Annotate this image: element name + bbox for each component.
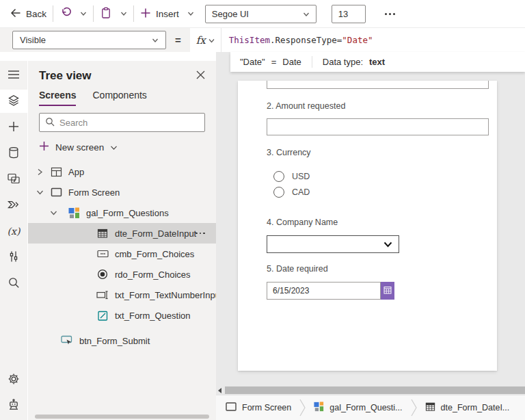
result-value: Date	[282, 57, 301, 67]
close-icon[interactable]	[196, 70, 205, 81]
chevron-down-icon[interactable]	[49, 210, 58, 216]
insert-button[interactable]: Insert	[140, 8, 194, 21]
formula-result-popup: "Date" = Date Data type: text	[230, 52, 525, 72]
calendar-icon	[425, 402, 435, 414]
plus-icon	[8, 121, 19, 134]
data-type-value: text	[369, 57, 385, 67]
form-card[interactable]: 2. Amount requested 3. Currency USD CAD …	[238, 81, 497, 371]
chevron-down-icon[interactable]	[35, 189, 44, 196]
rail-variables-button[interactable]: (x)	[0, 220, 27, 243]
tree-item-label: rdo_Form_Choices	[115, 270, 191, 280]
breadcrumb-item-form-screen[interactable]: Form Screen	[226, 402, 291, 413]
company-label: 4. Company Name	[267, 218, 338, 227]
combobox-icon	[96, 248, 109, 259]
tree-item-label: txt_Form_TextNumberInput	[115, 290, 223, 300]
radio-circle-icon[interactable]	[273, 187, 284, 198]
breadcrumb-item-gallery[interactable]: gal_Form_Questi...	[314, 402, 402, 414]
font-dropdown-chevron-icon	[303, 9, 310, 19]
tree-item-form-screen[interactable]: Form Screen	[28, 182, 216, 202]
breadcrumb-label: Form Screen	[242, 403, 291, 412]
clipboard-icon	[100, 7, 112, 21]
paste-menu-chevron-icon[interactable]	[120, 11, 127, 16]
more-commands-button[interactable]	[385, 13, 395, 15]
breadcrumb: Form Screen gal_Form_Questi...	[216, 395, 525, 420]
company-dropdown[interactable]	[267, 235, 399, 253]
tree-item-combobox[interactable]: cmb_Form_Choices	[28, 244, 216, 264]
rail-power-automate-button[interactable]	[0, 194, 27, 217]
tree-item-text-number-input[interactable]: txt_Form_TextNumberInput	[28, 285, 216, 305]
tree-item-radio[interactable]: rdo_Form_Choices	[28, 264, 216, 285]
font-size-input[interactable]: 13	[332, 5, 366, 23]
tree-view-panel: Tree view Screens Components New scree	[28, 61, 216, 420]
breadcrumb-label: dte_Form_DateI...	[441, 403, 510, 412]
tree-search	[39, 113, 205, 132]
amount-input[interactable]	[267, 118, 489, 135]
equals-sign: =	[175, 34, 181, 46]
screen-icon	[50, 187, 62, 197]
new-screen-button[interactable]: New screen	[39, 138, 205, 156]
radio-label: USD	[292, 172, 310, 181]
app-icon	[50, 166, 62, 178]
radio-icon	[96, 269, 109, 280]
property-selector-dropdown[interactable]: Visible	[12, 31, 166, 49]
formula-bar: Visible = fx ThisItem.ResponseType="Date…	[0, 27, 525, 52]
radio-circle-icon[interactable]	[273, 171, 284, 182]
database-icon	[7, 146, 21, 161]
formula-input[interactable]: ThisItem.ResponseType="Date"	[221, 28, 525, 53]
rail-virtual-agents-button[interactable]	[0, 394, 27, 417]
rail-tree-view-button[interactable]	[0, 90, 27, 113]
more-options-button[interactable]	[196, 233, 205, 235]
calendar-icon	[96, 228, 109, 239]
tree-item-gallery[interactable]: gal_Form_Questions	[28, 202, 216, 223]
chevron-right-icon[interactable]	[35, 168, 44, 176]
font-family-value: Segoe UI	[212, 9, 249, 19]
fx-chevron-icon	[208, 35, 215, 45]
tab-screens[interactable]: Screens	[39, 90, 76, 106]
question1-input-partial[interactable]	[267, 81, 489, 89]
tree-item-app[interactable]: App	[28, 161, 216, 182]
left-rail: (x)	[0, 61, 27, 420]
tree-item-label: btn_Form_Submit	[79, 336, 150, 346]
undo-menu-chevron-icon[interactable]	[80, 11, 87, 16]
radio-option-usd[interactable]: USD	[273, 171, 310, 182]
breadcrumb-item-date-input[interactable]: dte_Form_DateI...	[425, 402, 510, 414]
fx-menu-button[interactable]: fx	[190, 28, 221, 53]
search-input[interactable]	[59, 118, 199, 128]
radio-option-cad[interactable]: CAD	[273, 187, 310, 198]
media-icon	[7, 172, 21, 187]
variables-icon: (x)	[8, 226, 21, 237]
result-equals: =	[271, 57, 277, 67]
back-button[interactable]: Back	[10, 8, 46, 21]
date-picker-button[interactable]	[381, 282, 394, 300]
paste-button[interactable]	[100, 7, 127, 21]
undo-button[interactable]	[59, 7, 87, 21]
gallery-icon	[314, 402, 324, 414]
date-input[interactable]	[267, 282, 381, 300]
font-family-dropdown[interactable]: Segoe UI	[205, 5, 317, 23]
canvas-hscrollbar[interactable]	[216, 386, 525, 395]
rail-settings-button[interactable]	[0, 368, 27, 391]
dropdown-chevron-icon	[383, 239, 392, 250]
tab-components[interactable]: Components	[92, 90, 146, 106]
rail-insert-button[interactable]	[0, 116, 27, 139]
tree-item-date-input[interactable]: dte_Form_DateInput	[28, 223, 216, 244]
rail-hamburger-menu-button[interactable]	[0, 64, 27, 87]
powerapps-studio: Back Insert	[0, 0, 525, 420]
canvas-viewport[interactable]: 2. Amount requested 3. Currency USD CAD …	[216, 72, 525, 386]
tree-item-submit-button[interactable]: btn_Form_Submit	[28, 330, 216, 351]
tree-item-label: gal_Form_Questions	[86, 208, 169, 218]
panel-title: Tree view	[39, 69, 92, 83]
rail-data-button[interactable]	[0, 142, 27, 165]
tree-panel-hscrollbar[interactable]	[35, 415, 209, 419]
rail-advanced-tools-button[interactable]	[0, 246, 27, 269]
font-size-value: 13	[338, 9, 348, 19]
rail-media-button[interactable]	[0, 168, 27, 191]
scroll-left-arrow-icon[interactable]	[218, 388, 221, 393]
rail-search-button[interactable]	[0, 272, 27, 295]
tree-item-question-label[interactable]: txt_Form_Question	[28, 305, 216, 326]
breadcrumb-separator-icon	[299, 399, 306, 417]
date-field	[267, 282, 394, 300]
scrollbar-thumb[interactable]	[225, 386, 525, 394]
tree-item-label: cmb_Form_Choices	[115, 249, 194, 259]
hamburger-menu-icon	[8, 70, 20, 81]
